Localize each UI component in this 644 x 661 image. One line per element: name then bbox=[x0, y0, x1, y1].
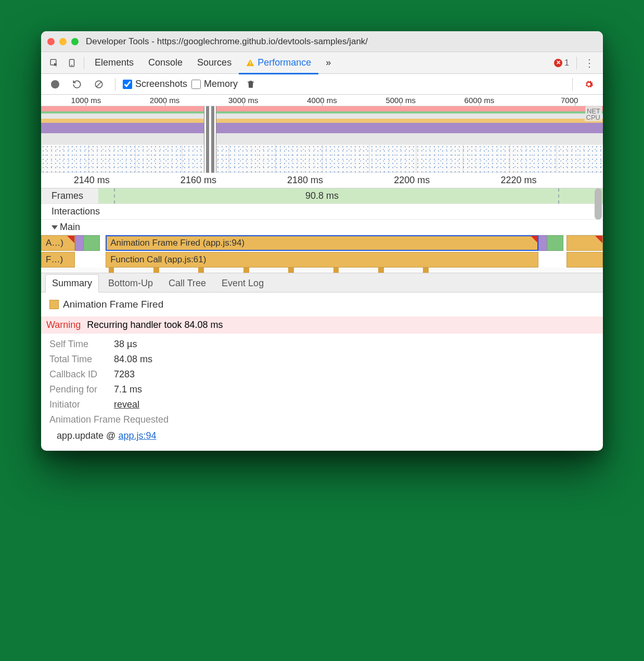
tabs-overflow[interactable]: » bbox=[318, 52, 338, 74]
tab-bottom-up[interactable]: Bottom-Up bbox=[102, 275, 159, 292]
event-animation-frame-fired[interactable]: Animation Frame Fired (app.js:94) bbox=[106, 235, 538, 251]
separator bbox=[84, 57, 84, 69]
overview-fps-lane[interactable]: FPS bbox=[41, 106, 603, 113]
detail-tick: 2180 ms bbox=[287, 175, 323, 186]
summary-value: 7.1 ms bbox=[114, 384, 142, 395]
traffic-lights bbox=[47, 38, 79, 45]
svg-line-6 bbox=[96, 81, 102, 87]
kebab-menu-icon[interactable]: ⋮ bbox=[580, 57, 599, 69]
overview-screenshots-lane[interactable] bbox=[41, 145, 603, 173]
tab-sources[interactable]: Sources bbox=[190, 52, 239, 74]
interactions-label: Interactions bbox=[41, 206, 98, 217]
initiator-row: Initiator reveal bbox=[49, 399, 595, 410]
separator bbox=[115, 78, 115, 91]
svg-rect-3 bbox=[250, 62, 250, 64]
summary-key: Pending for bbox=[49, 384, 107, 395]
garbage-collect-button[interactable] bbox=[242, 75, 260, 93]
error-icon: ✕ bbox=[554, 59, 562, 67]
overview-cpu-lane[interactable]: CPU bbox=[41, 113, 603, 133]
summary-key: Total Time bbox=[49, 354, 107, 365]
event-title: Animation Frame Fired bbox=[49, 299, 595, 310]
tab-elements[interactable]: Elements bbox=[87, 52, 141, 74]
tab-summary[interactable]: Summary bbox=[45, 274, 99, 293]
summary-key: Callback ID bbox=[49, 369, 107, 380]
initiator-label: Initiator bbox=[49, 399, 107, 410]
memory-checkbox[interactable]: Memory bbox=[191, 79, 238, 90]
device-toggle-icon[interactable] bbox=[63, 54, 81, 72]
summary-row: Self Time38 µs bbox=[49, 339, 595, 350]
inspect-icon[interactable] bbox=[45, 54, 63, 72]
window-title: Developer Tools - https://googlechrome.g… bbox=[86, 36, 368, 47]
event-green-2[interactable] bbox=[547, 235, 563, 251]
animation-frame-requested: Animation Frame Requested bbox=[49, 414, 595, 425]
error-count: 1 bbox=[564, 58, 569, 68]
frames-track[interactable]: 90.8 ms Frames bbox=[41, 188, 603, 204]
warning-text: Recurring handler took 84.08 ms bbox=[87, 320, 223, 330]
summary-value: 84.08 ms bbox=[114, 354, 152, 365]
detail-tick: 2140 ms bbox=[74, 175, 110, 186]
main-events-row2: F…) Function Call (app.js:61) bbox=[41, 252, 603, 268]
error-badge[interactable]: ✕ 1 bbox=[554, 58, 569, 68]
net-label: NET bbox=[585, 107, 602, 115]
overview-range-handle[interactable] bbox=[204, 106, 216, 173]
tab-call-tree[interactable]: Call Tree bbox=[162, 275, 212, 292]
record-button[interactable] bbox=[46, 75, 64, 93]
main-events-row3 bbox=[41, 268, 603, 273]
initiator-reveal-link[interactable]: reveal bbox=[114, 399, 139, 410]
event-yellow-right[interactable] bbox=[566, 235, 603, 251]
frame-duration: 90.8 ms bbox=[305, 190, 339, 201]
minimize-icon[interactable] bbox=[59, 38, 67, 45]
memory-checkbox-input[interactable] bbox=[191, 80, 201, 89]
screenshots-checkbox-input[interactable] bbox=[123, 80, 132, 89]
detail-ruler[interactable]: 2140 ms2160 ms2180 ms2200 ms2220 ms bbox=[41, 173, 603, 188]
stack-function: app.update @ bbox=[57, 430, 118, 441]
overview-ruler[interactable]: 1000 ms2000 ms3000 ms4000 ms5000 ms6000 … bbox=[41, 95, 603, 106]
summary-value: 38 µs bbox=[114, 339, 137, 350]
devtools-tabs: Elements Console Sources Performance » ✕… bbox=[41, 52, 603, 74]
interactions-track[interactable]: Interactions bbox=[41, 204, 603, 220]
detail-tick: 2160 ms bbox=[181, 175, 216, 186]
event-name: Animation Frame Fired bbox=[63, 299, 163, 310]
frames-bar[interactable]: 90.8 ms bbox=[41, 188, 603, 204]
summary-value: 7283 bbox=[114, 369, 135, 380]
tab-console[interactable]: Console bbox=[141, 52, 190, 74]
flame-chart[interactable]: 2140 ms2160 ms2180 ms2200 ms2220 ms 90.8… bbox=[41, 173, 603, 273]
summary-tabs: Summary Bottom-Up Call Tree Event Log bbox=[41, 273, 603, 293]
titlebar[interactable]: Developer Tools - https://googlechrome.g… bbox=[41, 31, 603, 52]
separator bbox=[576, 57, 577, 69]
overview-pane[interactable]: 1000 ms2000 ms3000 ms4000 ms5000 ms6000 … bbox=[41, 95, 603, 173]
event-green[interactable] bbox=[83, 235, 100, 251]
settings-gear-icon[interactable] bbox=[580, 75, 598, 93]
scrollbar[interactable] bbox=[595, 188, 602, 220]
perf-toolbar: Screenshots Memory bbox=[41, 74, 603, 95]
screenshots-checkbox[interactable]: Screenshots bbox=[123, 79, 187, 90]
event-truncated-left[interactable]: A…) bbox=[41, 235, 75, 251]
collapse-icon[interactable] bbox=[51, 225, 58, 230]
tab-performance-label: Performance bbox=[257, 57, 311, 68]
event-function-call[interactable]: Function Call (app.js:61) bbox=[106, 252, 538, 268]
main-label: Main bbox=[60, 222, 80, 233]
reload-record-button[interactable] bbox=[68, 75, 86, 93]
svg-rect-4 bbox=[250, 65, 250, 65]
clear-button[interactable] bbox=[90, 75, 108, 93]
summary-panel: Animation Frame Fired Warning Recurring … bbox=[41, 293, 603, 451]
warning-row: Warning Recurring handler took 84.08 ms bbox=[41, 316, 603, 334]
separator bbox=[572, 78, 573, 91]
main-events-row1: A…) Animation Frame Fired (app.js:94) bbox=[41, 235, 603, 252]
detail-tick: 2220 ms bbox=[500, 175, 536, 186]
tab-event-log[interactable]: Event Log bbox=[215, 275, 270, 292]
memory-label: Memory bbox=[204, 79, 238, 90]
close-icon[interactable] bbox=[47, 38, 55, 45]
overview-net-lane[interactable]: NET bbox=[41, 133, 603, 145]
stack-source-link[interactable]: app.js:94 bbox=[118, 430, 156, 441]
summary-row: Pending for7.1 ms bbox=[49, 384, 595, 395]
event-yellow-right-2[interactable] bbox=[566, 252, 603, 268]
warning-icon bbox=[246, 59, 254, 67]
frames-label: Frames bbox=[41, 188, 98, 204]
zoom-icon[interactable] bbox=[71, 38, 79, 45]
event-truncated-left-2[interactable]: F…) bbox=[41, 252, 75, 268]
tab-performance[interactable]: Performance bbox=[239, 52, 318, 74]
detail-tick: 2200 ms bbox=[394, 175, 430, 186]
main-track-header[interactable]: Main bbox=[41, 220, 603, 235]
summary-key: Self Time bbox=[49, 339, 107, 350]
